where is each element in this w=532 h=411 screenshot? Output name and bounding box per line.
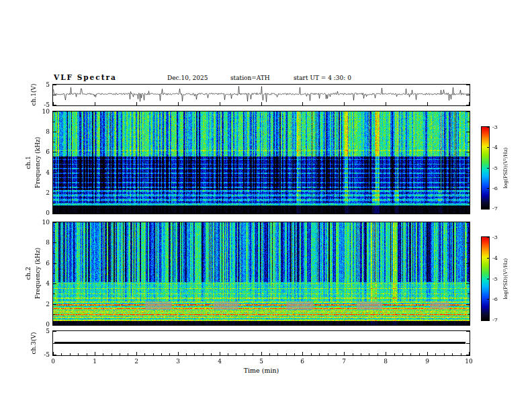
colorbar-tick-label: -5	[492, 276, 498, 282]
ch2-spectrogram-canvas	[53, 222, 470, 325]
y-minor-tick-mark	[468, 273, 470, 274]
y-tick-mark	[466, 283, 470, 284]
x-minor-tick-mark	[203, 353, 204, 355]
y-tick-mark	[53, 343, 56, 344]
colorbar-tick-label: -7	[492, 317, 498, 323]
y-minor-tick-mark	[468, 142, 470, 142]
x-minor-tick-mark	[269, 353, 270, 355]
x-tick-mark	[261, 352, 262, 355]
y-minor-tick-mark	[53, 232, 55, 233]
ch2-channel-label: ch.2	[25, 267, 32, 279]
y-tick-label: 4	[31, 280, 50, 287]
x-tick-mark	[386, 322, 386, 325]
colorbar-tick-mark	[487, 188, 489, 189]
x-minor-tick-mark	[410, 353, 411, 355]
y-tick-mark	[466, 242, 470, 243]
x-minor-tick-mark	[186, 353, 187, 355]
x-tick-label: 0	[51, 358, 55, 365]
x-tick-label: 6	[300, 358, 304, 365]
ch3-voltage-panel	[52, 330, 470, 356]
colorbar-tick-mark	[487, 258, 489, 259]
x-tick-mark	[344, 102, 345, 105]
x-tick-mark	[53, 322, 54, 325]
x-minor-tick-mark	[120, 353, 120, 355]
y-tick-mark	[466, 85, 470, 85]
y-minor-tick-mark	[53, 203, 55, 203]
x-minor-tick-mark	[144, 353, 145, 355]
y-tick-mark	[53, 173, 56, 173]
y-minor-tick-mark	[468, 253, 470, 254]
y-tick-mark	[53, 85, 56, 85]
y-minor-tick-mark	[53, 293, 55, 294]
x-tick-mark	[302, 352, 303, 355]
y-minor-tick-mark	[53, 163, 55, 163]
x-minor-tick-mark	[311, 353, 312, 355]
x-tick-label: 1	[93, 358, 97, 365]
y-tick-label: 5	[31, 81, 50, 88]
colorbar-tick-mark	[487, 237, 489, 238]
y-minor-tick-mark	[468, 293, 470, 294]
y-minor-tick-mark	[53, 253, 55, 254]
y-tick-mark	[53, 242, 56, 243]
y-tick-mark	[53, 95, 56, 95]
x-tick-mark	[261, 322, 262, 325]
ch1-spectrogram-panel	[52, 111, 470, 214]
y-tick-mark	[466, 331, 470, 332]
x-minor-tick-mark	[87, 353, 87, 355]
y-tick-mark	[53, 152, 56, 152]
x-tick-mark	[386, 352, 386, 355]
y-tick-mark	[466, 304, 470, 305]
x-tick-label: 4	[218, 358, 222, 365]
colorbar-tick-label: -5	[492, 165, 498, 171]
colorbar-tick-label: -4	[492, 144, 498, 150]
x-tick-mark	[178, 210, 179, 214]
y-tick-mark	[53, 222, 56, 223]
x-tick-mark	[302, 322, 303, 325]
x-tick-mark	[136, 102, 137, 105]
x-tick-mark	[386, 210, 386, 214]
colorbar-tick-mark	[487, 320, 489, 320]
x-tick-mark	[344, 352, 345, 355]
figure-title: VLF Spectra	[54, 73, 117, 81]
x-minor-tick-mark	[161, 353, 162, 355]
y-minor-tick-mark	[468, 232, 470, 233]
x-tick-mark	[302, 102, 303, 105]
x-tick-label: 9	[425, 358, 429, 365]
x-tick-label: 7	[342, 358, 346, 365]
colorbar-tick-mark	[487, 147, 489, 148]
x-tick-label: 5	[259, 358, 263, 365]
x-tick-label: 10	[465, 358, 472, 365]
colorbar-tick-mark	[487, 168, 489, 169]
x-minor-tick-mark	[394, 353, 395, 355]
x-minor-tick-mark	[70, 353, 71, 355]
x-tick-mark	[220, 352, 220, 355]
colorbar-2	[481, 236, 490, 321]
x-tick-mark	[95, 102, 95, 105]
y-tick-mark	[466, 193, 470, 193]
x-minor-tick-mark	[128, 353, 128, 355]
x-tick-mark	[427, 210, 428, 214]
x-minor-tick-mark	[112, 353, 112, 355]
x-minor-tick-mark	[452, 353, 453, 355]
colorbar-tick-label: -4	[492, 255, 498, 261]
x-tick-mark	[469, 352, 470, 355]
x-tick-label: 2	[134, 358, 138, 365]
x-tick-mark	[220, 322, 220, 325]
x-tick-mark	[136, 352, 137, 355]
y-tick-mark	[53, 132, 56, 132]
y-tick-mark	[466, 152, 470, 152]
x-tick-label: 8	[384, 358, 388, 365]
ch2-frequency-axis-label: Frequency (kHz)	[34, 248, 41, 300]
y-tick-mark	[53, 331, 56, 332]
y-tick-label: 8	[31, 239, 50, 246]
y-tick-label: -5	[31, 101, 50, 108]
y-tick-label: 5	[31, 328, 50, 334]
colorbar-tick-label: -6	[492, 185, 498, 191]
y-tick-mark	[466, 132, 470, 132]
colorbar-tick-mark	[487, 279, 489, 279]
y-tick-label: 2	[31, 189, 50, 196]
x-tick-mark	[53, 210, 54, 214]
x-minor-tick-mark	[61, 353, 62, 355]
colorbar-tick-label: -6	[492, 296, 498, 302]
x-minor-tick-mark	[435, 353, 436, 355]
